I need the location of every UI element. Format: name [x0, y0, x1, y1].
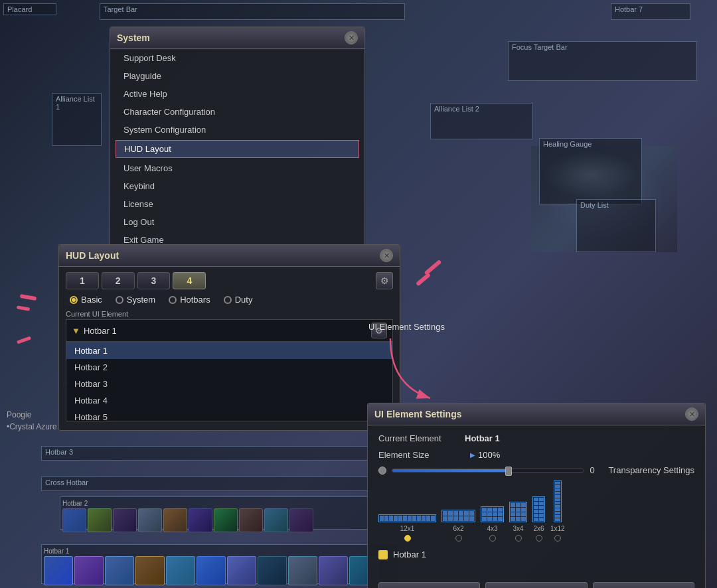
filter-hotbars-radio[interactable]	[169, 296, 177, 304]
slider-left-thumb	[378, 467, 386, 475]
element-list-item-hotbar4[interactable]: Hotbar 4	[66, 392, 392, 409]
current-element-label: Current UI Element	[59, 310, 400, 319]
menu-item-keybind[interactable]: Keybind	[110, 177, 364, 195]
filter-system[interactable]: System	[116, 295, 155, 305]
grid-label-1x12: 1x12	[550, 525, 565, 532]
focus-target-bar: Focus Target Bar	[508, 41, 697, 81]
size-slider-container[interactable]	[392, 469, 584, 473]
grid-option-1x12[interactable]: 1x12	[550, 480, 565, 542]
hotbar1-bar: Hotbar 1	[41, 544, 400, 584]
filter-duty-radio[interactable]	[224, 296, 232, 304]
hotbar7: Hotbar 7	[611, 3, 690, 20]
grid-label-12x1: 12x1	[400, 525, 415, 532]
element-list-item-hotbar3[interactable]: Hotbar 3	[66, 376, 392, 392]
system-menu-close[interactable]: ✕	[345, 31, 358, 44]
hud-layout-window: HUD Layout ✕ 1 2 3 4 ⚙ Basic System Hotb…	[58, 244, 400, 431]
system-menu: System ✕ Support Desk Playguide Active H…	[110, 27, 365, 256]
defaults-button[interactable]: Defaults	[378, 582, 480, 588]
grid-visual-2x6	[532, 496, 545, 522]
slot-gear-button[interactable]: ⚙	[376, 272, 393, 289]
current-element-row: Current Element Hotbar 1	[378, 433, 694, 443]
menu-item-license[interactable]: License	[110, 195, 364, 213]
grid-options-container: 12x1 6x2	[378, 480, 694, 542]
element-size-row: Element Size ▶ 100%	[378, 450, 694, 460]
target-bar: Target Bar	[100, 3, 405, 20]
slider-value: 0	[590, 465, 603, 475]
element-list: Hotbar 1 Hotbar 2 Hotbar 3 Hotbar 4 Hotb…	[66, 342, 393, 421]
menu-item-log-out[interactable]: Log Out	[110, 213, 364, 231]
filter-hotbars[interactable]: Hotbars	[169, 295, 210, 305]
menu-item-system-config[interactable]: System Configuration	[110, 121, 364, 139]
hud-layout-title: HUD Layout	[66, 250, 119, 261]
menu-item-playguide[interactable]: Playguide	[110, 67, 364, 85]
menu-item-hud-layout[interactable]: HUD Layout	[116, 140, 359, 158]
menu-item-active-help[interactable]: Active Help	[110, 85, 364, 103]
element-selector[interactable]: ▼ Hotbar 1 ⚙	[66, 319, 393, 342]
filter-duty-label: Duty	[235, 295, 253, 305]
system-menu-title: System	[117, 33, 150, 43]
filter-duty[interactable]: Duty	[224, 295, 253, 305]
current-element-label-s: Current Element	[378, 433, 465, 443]
grid-radio-6x2[interactable]	[455, 535, 462, 542]
size-bar-track	[392, 469, 584, 473]
filter-basic-radio[interactable]	[70, 296, 78, 304]
grid-option-2x6[interactable]: 2x6	[532, 496, 545, 542]
crystal-azure-label: •Crystal Azure	[7, 422, 57, 431]
grid-option-12x1[interactable]: 12x1	[378, 514, 436, 542]
grid-label-6x2: 6x2	[453, 525, 463, 532]
filter-system-radio[interactable]	[116, 296, 123, 304]
element-list-item-hotbar1[interactable]: Hotbar 1	[66, 342, 392, 359]
filter-row: Basic System Hotbars Duty	[59, 292, 400, 310]
current-element-value-s: Hotbar 1	[465, 433, 500, 443]
hotbar3-bar: Hotbar 3	[41, 446, 373, 461]
grid-label-3x4: 3x4	[513, 525, 523, 532]
slot-tab-2[interactable]: 2	[102, 272, 135, 289]
size-arrow-icon: ▶	[470, 451, 475, 459]
menu-item-user-macros[interactable]: User Macros	[110, 159, 364, 177]
grid-radio-2x6[interactable]	[536, 535, 542, 542]
alliance-list2: Alliance List 2	[430, 103, 533, 139]
slider-row: 0 Transparency Settings	[378, 465, 694, 475]
grid-label-4x3: 4x3	[487, 525, 497, 532]
save-button[interactable]: Save	[485, 582, 587, 588]
hotbar-indicator-row: Hotbar 1	[378, 550, 694, 559]
filter-hotbars-label: Hotbars	[180, 295, 210, 305]
ui-element-settings-title: UI Element Settings	[374, 409, 461, 419]
size-bar-fill	[392, 469, 507, 472]
duty-list: Duty List	[576, 199, 656, 252]
slot-tab-1[interactable]: 1	[66, 272, 99, 289]
grid-visual-1x12	[554, 480, 562, 522]
size-bar-thumb[interactable]	[505, 467, 512, 476]
grid-visual-4x3	[481, 506, 504, 522]
grid-radio-12x1[interactable]	[404, 535, 411, 542]
filter-basic-label: Basic	[81, 295, 102, 305]
menu-item-character-config[interactable]: Character Configuration	[110, 103, 364, 121]
poogie-label: Poogie	[7, 410, 31, 419]
element-list-item-hotbar2[interactable]: Hotbar 2	[66, 359, 392, 376]
cancel-button[interactable]: Cancel	[593, 582, 694, 588]
element-list-item-hotbar5[interactable]: Hotbar 5	[66, 409, 392, 421]
element-size-value-container: ▶ 100%	[470, 450, 556, 460]
grid-option-6x2[interactable]: 6x2	[441, 510, 475, 542]
filter-system-label: System	[127, 295, 155, 305]
grid-option-3x4[interactable]: 3x4	[509, 502, 527, 542]
element-selector-arrow: ▼	[72, 326, 80, 336]
system-menu-titlebar: System ✕	[110, 27, 364, 49]
ui-element-settings-close[interactable]: ✕	[685, 407, 698, 421]
slot-tab-4[interactable]: 4	[173, 272, 206, 289]
grid-radio-1x12[interactable]	[554, 535, 561, 542]
hud-layout-close[interactable]: ✕	[380, 249, 393, 262]
grid-radio-3x4[interactable]	[515, 535, 522, 542]
filter-basic[interactable]: Basic	[70, 295, 102, 305]
menu-item-support-desk[interactable]: Support Desk	[110, 49, 364, 67]
grid-option-4x3[interactable]: 4x3	[481, 506, 504, 542]
grid-visual-3x4	[509, 502, 527, 522]
grid-visual-12x1	[378, 514, 436, 522]
grid-radio-4x3[interactable]	[489, 535, 496, 542]
ui-element-settings-annotation: UI Element Settings	[368, 322, 445, 332]
slot-tab-3[interactable]: 3	[137, 272, 171, 289]
slot-tabs-container: 1 2 3 4 ⚙	[59, 267, 400, 292]
healing-gauge: Healing Gauge	[539, 138, 642, 204]
element-size-percent: 100%	[478, 450, 500, 460]
cross-hotbar-bar: Cross Hotbar	[41, 477, 373, 491]
